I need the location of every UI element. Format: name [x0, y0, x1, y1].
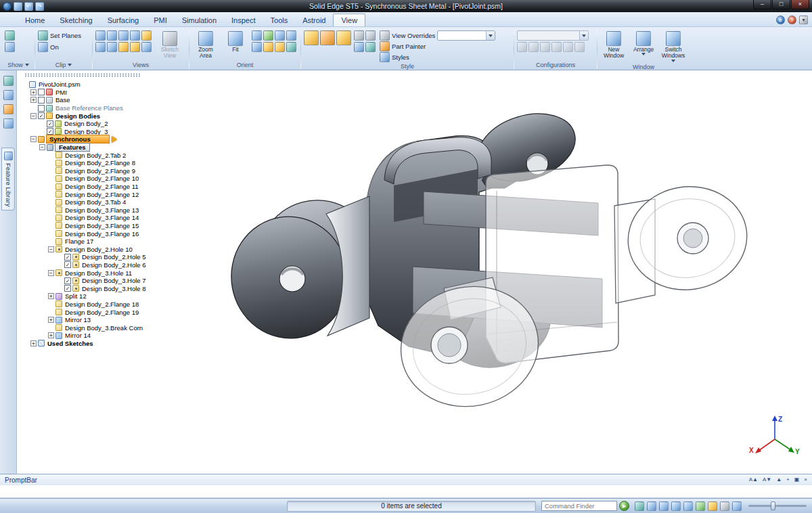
tree-item-pmi[interactable]: +PMI [19, 89, 162, 97]
tree-item-base-reference-planes[interactable]: Base Reference Planes [19, 104, 162, 112]
styles-button[interactable]: Styles [380, 52, 495, 62]
new-window-button[interactable]: New Window [600, 30, 627, 60]
config-options-icon[interactable] [574, 42, 585, 52]
font-decrease-icon[interactable]: A▼ [763, 477, 771, 483]
undo-icon[interactable]: ↶ [24, 2, 33, 11]
tree-item-design-body-3-flange-16[interactable]: Design Body_3.Flange 16 [19, 229, 162, 238]
config-delete-icon[interactable] [540, 42, 550, 52]
tree-item-design-body-2-flange-11[interactable]: Design Body_2.Flange 11 [19, 183, 162, 191]
collapse-icon[interactable]: − [48, 270, 54, 276]
tree-item-synchronous[interactable]: −Synchronous [19, 135, 162, 143]
right-view-icon[interactable] [118, 30, 129, 41]
tree-item-split-12[interactable]: +Split 12 [19, 292, 162, 300]
config-update-icon[interactable] [563, 42, 573, 52]
expand-icon[interactable]: + [48, 317, 54, 323]
named-views-icon[interactable] [275, 42, 285, 52]
pan-icon[interactable] [252, 30, 262, 41]
shaded-with-edges-style-icon[interactable] [320, 30, 335, 45]
collapse-icon[interactable]: − [30, 113, 37, 119]
view-overrides-icon[interactable] [380, 30, 390, 41]
zoom-slider-handle[interactable] [771, 501, 775, 510]
tree-item-base[interactable]: +Base [19, 96, 162, 104]
wireframe-style-icon[interactable] [354, 30, 364, 41]
previous-view-icon[interactable] [263, 42, 273, 52]
panel-drag-handle[interactable] [24, 73, 141, 77]
zoom-out-icon[interactable] [252, 42, 262, 52]
clip-on-button[interactable]: On [38, 42, 59, 52]
hidden-edges-style-icon[interactable] [365, 30, 376, 41]
tab-surfacing[interactable]: Surfacing [100, 14, 146, 26]
maximize-button[interactable]: □ [772, 0, 790, 9]
visibility-checkbox[interactable]: ✓ [64, 285, 71, 292]
web-help-icon[interactable]: e [776, 16, 785, 24]
tree-item-pivotjoint-psm[interactable]: PivotJoint.psm [19, 81, 162, 89]
refresh-view-icon[interactable] [286, 42, 296, 52]
bottom-view-icon[interactable] [107, 42, 117, 52]
tree-item-design-body-2-tab-2[interactable]: Design Body_2.Tab 2 [19, 151, 162, 159]
tab-pmi[interactable]: PMI [146, 14, 175, 26]
tree-item-design-body-2-flange-19[interactable]: Design Body_2.Flange 19 [19, 308, 162, 316]
tab-simulation[interactable]: Simulation [175, 14, 224, 26]
switch-windows-button[interactable]: Switch Windows [660, 30, 687, 63]
tree-item-design-body-3[interactable]: ✓Design Body_3 [19, 128, 162, 136]
save-icon[interactable] [14, 2, 22, 11]
tree-item-design-body-2-flange-18[interactable]: Design Body_2.Flange 18 [19, 300, 162, 309]
perspective-icon[interactable] [354, 42, 364, 52]
visibility-checkbox[interactable]: ✓ [64, 261, 71, 268]
tree-item-design-body-2-hole-5[interactable]: ✓Design Body_2.Hole 5 [19, 253, 162, 261]
redo-icon[interactable]: ↷ [35, 2, 44, 11]
fit-icon[interactable] [671, 501, 681, 511]
zoom-icon[interactable] [286, 30, 296, 41]
family-of-parts-icon[interactable] [3, 90, 14, 100]
tree-item-design-body-2-hole-10[interactable]: −Design Body_2.Hole 10 [19, 245, 162, 253]
look-at-face-icon[interactable] [275, 30, 285, 41]
visibility-checkbox[interactable] [38, 97, 45, 104]
collapse-icon[interactable]: − [48, 246, 54, 252]
tree-item-design-body-2-flange-12[interactable]: Design Body_2.Flange 12 [19, 190, 162, 198]
expand-icon[interactable]: + [30, 97, 37, 103]
expand-icon[interactable]: + [48, 293, 54, 299]
show-planes-icon[interactable] [5, 30, 15, 41]
view-overrides-combo[interactable] [437, 30, 495, 41]
tree-item-design-body-3-flange-13[interactable]: Design Body_3.Flange 13 [19, 206, 162, 215]
tree-item-design-body-2-flange-9[interactable]: Design Body_2.Flange 9 [19, 167, 162, 175]
zoom-slider[interactable] [748, 501, 807, 510]
fit-button[interactable]: Fit [222, 30, 249, 53]
dimetric-view-icon[interactable] [118, 42, 129, 52]
tree-item-design-body-3-tab-4[interactable]: Design Body_3.Tab 4 [19, 198, 162, 206]
tree-item-design-body-2-hole-6[interactable]: ✓Design Body_2.Hole 6 [19, 261, 162, 269]
top-view-icon[interactable] [107, 30, 117, 41]
visibility-checkbox[interactable] [38, 89, 45, 95]
config-rename-icon[interactable] [551, 42, 562, 52]
close-button[interactable]: × [791, 0, 809, 9]
config-activate-icon[interactable] [517, 42, 527, 52]
tab-astroid[interactable]: Astroid [295, 14, 333, 26]
select-filter-icon[interactable] [635, 501, 644, 511]
tree-item-design-body-2-flange-10[interactable]: Design Body_2.Flange 10 [19, 175, 162, 183]
tab-sketching[interactable]: Sketching [52, 14, 99, 26]
tree-item-features[interactable]: −Features [19, 143, 162, 152]
combo-dropdown-button[interactable] [579, 31, 588, 40]
reflections-icon[interactable] [365, 42, 376, 52]
set-planes-button[interactable]: Set Planes [38, 30, 81, 41]
sketch-view-button[interactable]: Sketch View [156, 30, 183, 60]
tree-item-design-body-3-hole-8[interactable]: ✓Design Body_3.Hole 8 [19, 284, 162, 292]
zoom-slider-track[interactable] [748, 505, 807, 507]
tree-item-used-sketches[interactable]: +Used Sketches [19, 340, 162, 348]
close-promptbar-icon[interactable]: × [804, 477, 807, 483]
image-background-icon[interactable] [3, 104, 14, 114]
tree-item-design-bodies[interactable]: −✓Design Bodies [19, 112, 162, 120]
collapse-promptbar-icon[interactable]: ▲ [776, 477, 782, 483]
sensors-icon[interactable] [3, 118, 14, 129]
feature-library-tab[interactable]: Feature Library [1, 148, 15, 210]
zoom-icon[interactable] [659, 501, 669, 511]
configurations-combo[interactable] [517, 30, 589, 41]
visibility-checkbox[interactable]: ✓ [47, 120, 53, 127]
trimetric-view-icon[interactable] [130, 42, 140, 52]
tab-view[interactable]: View [333, 14, 365, 26]
show-toggle-icon[interactable] [5, 42, 15, 52]
tree-item-design-body-3-hole-7[interactable]: ✓Design Body_3.Hole 7 [19, 277, 162, 285]
tree-item-design-body-3-flange-15[interactable]: Design Body_3.Flange 15 [19, 222, 162, 230]
visibility-checkbox[interactable]: ✓ [38, 112, 45, 119]
window-layout-icon[interactable] [732, 501, 742, 511]
